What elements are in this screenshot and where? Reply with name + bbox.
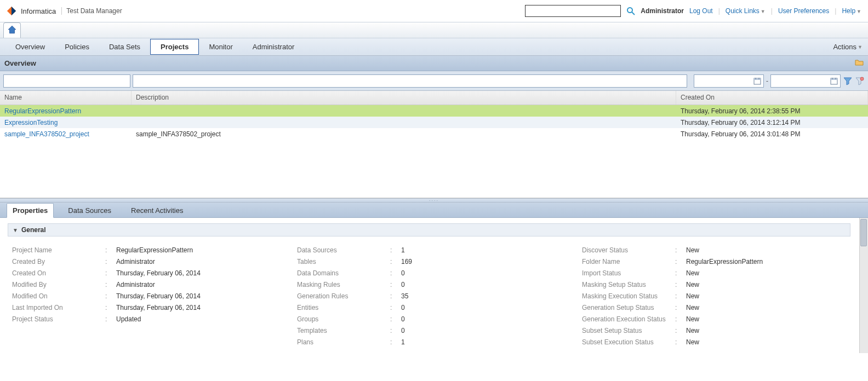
detail-value: New	[686, 315, 699, 323]
splitter-dots-icon: ····	[429, 198, 439, 203]
table-row[interactable]: RegularExpressionPattern Thursday, Febru…	[0, 105, 868, 117]
detail-value: Administrator	[116, 281, 155, 288]
table-row[interactable]: ExpressionTesting Thursday, February 06,…	[0, 117, 868, 128]
svg-rect-6	[754, 78, 761, 80]
detail-label: Generation Setup Status	[582, 304, 675, 311]
detail-row: Masking Rules:0	[297, 279, 566, 290]
actions-menu[interactable]: Actions▼	[833, 43, 863, 51]
menu-administrator[interactable]: Administrator	[243, 39, 305, 54]
detail-colon: :	[675, 315, 686, 323]
detail-colon: :	[105, 269, 116, 277]
detail-row: Import Status:New	[582, 267, 850, 279]
section-general-header[interactable]: ▼ General	[8, 223, 850, 236]
detail-row: Plans:1	[297, 336, 566, 348]
table-row[interactable]: sample_INFA378502_project sample_INFA378…	[0, 128, 868, 140]
col-header-created-on[interactable]: Created On	[676, 91, 868, 105]
svg-point-2	[627, 8, 632, 13]
detail-label: Last Imported On	[12, 304, 105, 311]
detail-row: Masking Execution Status:New	[582, 290, 850, 302]
detail-row: Tables:169	[297, 256, 566, 267]
tab-properties[interactable]: Properties	[7, 203, 54, 218]
project-created-on: Thursday, February 06, 2014 2:38:55 PM	[676, 106, 868, 116]
nav-strip	[0, 22, 868, 38]
project-name-link[interactable]: RegularExpressionPattern	[0, 106, 132, 116]
logo-block: Informatica Test Data Manager	[7, 6, 122, 16]
detail-colon: :	[390, 315, 401, 323]
col-header-name[interactable]: Name	[0, 91, 132, 105]
filter-description-input[interactable]	[133, 74, 687, 88]
detail-value: 0	[401, 269, 405, 277]
detail-value: RegularExpressionPattern	[116, 246, 193, 254]
filter-date-from[interactable]	[694, 74, 764, 88]
detail-colon: :	[675, 338, 686, 346]
project-name-link[interactable]: sample_INFA378502_project	[0, 129, 132, 139]
clear-filter-icon[interactable]	[855, 76, 865, 86]
detail-row: Groups:0	[297, 313, 566, 325]
logout-link[interactable]: Log Out	[689, 7, 713, 15]
menu-projects[interactable]: Projects	[150, 39, 199, 55]
detail-value: 169	[401, 258, 412, 265]
collapse-arrow-icon: ▼	[13, 227, 18, 233]
detail-label: Generation Rules	[297, 292, 390, 300]
filter-row: -	[0, 71, 868, 91]
detail-row: Created By:Administrator	[12, 256, 281, 267]
detail-value: New	[686, 281, 699, 288]
filter-date-to[interactable]	[770, 74, 841, 88]
detail-colon: :	[675, 292, 686, 300]
open-folder-icon[interactable]	[855, 58, 864, 68]
detail-value: New	[686, 327, 699, 334]
detail-label: Groups	[297, 315, 390, 323]
detail-label: Created On	[12, 269, 105, 277]
detail-label: Subset Setup Status	[582, 327, 675, 334]
detail-colon: :	[105, 281, 116, 288]
quick-links[interactable]: Quick Links▼	[726, 7, 766, 15]
scrollbar[interactable]	[859, 218, 868, 353]
detail-label: Plans	[297, 338, 390, 346]
detail-value: New	[686, 269, 699, 277]
detail-value: New	[686, 338, 699, 346]
detail-row: Masking Setup Status:New	[582, 279, 850, 290]
detail-value: New	[686, 292, 699, 300]
detail-label: Modified On	[12, 292, 105, 300]
filter-name-input[interactable]	[3, 74, 130, 88]
user-preferences-link[interactable]: User Preferences	[778, 7, 829, 15]
detail-colon: :	[105, 246, 116, 254]
search-icon[interactable]	[626, 7, 635, 15]
svg-marker-1	[12, 7, 16, 15]
detail-value: 35	[401, 292, 408, 300]
splitter-handle[interactable]: ····	[0, 198, 868, 203]
detail-row: Discover Status:New	[582, 244, 850, 256]
detail-columns: Project Name:RegularExpressionPatternCre…	[8, 244, 850, 348]
grid-body: RegularExpressionPattern Thursday, Febru…	[0, 105, 868, 198]
chevron-down-icon: ▼	[761, 9, 766, 14]
detail-value: 1	[401, 246, 405, 254]
detail-colon: :	[675, 281, 686, 288]
tab-data-sources[interactable]: Data Sources	[62, 204, 117, 217]
separator: |	[835, 7, 836, 15]
project-created-on: Thursday, February 06, 2014 3:12:14 PM	[676, 118, 868, 128]
project-name-link[interactable]: ExpressionTesting	[0, 118, 132, 128]
col-header-description[interactable]: Description	[132, 91, 676, 105]
svg-line-3	[632, 12, 635, 15]
detail-value: 0	[401, 315, 405, 323]
tab-recent-activities[interactable]: Recent Activities	[125, 204, 189, 217]
detail-colon: :	[105, 292, 116, 300]
scroll-thumb[interactable]	[860, 219, 867, 246]
menu-overview[interactable]: Overview	[5, 39, 55, 54]
detail-value: RegularExpressionPattern	[686, 258, 763, 265]
detail-colon: :	[390, 304, 401, 311]
menu-monitor[interactable]: Monitor	[199, 39, 242, 54]
search-input[interactable]	[525, 5, 621, 17]
detail-row: Project Status:Updated	[12, 313, 281, 325]
project-description	[132, 122, 676, 124]
apply-filter-icon[interactable]	[843, 76, 853, 86]
help-link[interactable]: Help▼	[842, 7, 861, 15]
menu-policies[interactable]: Policies	[55, 39, 99, 54]
home-tab[interactable]	[3, 22, 21, 38]
detail-label: Generation Execution Status	[582, 315, 675, 323]
detail-label: Tables	[297, 258, 390, 265]
detail-label: Discover Status	[582, 246, 675, 254]
detail-label: Folder Name	[582, 258, 675, 265]
detail-value: New	[686, 246, 699, 254]
menu-data-sets[interactable]: Data Sets	[99, 39, 150, 54]
